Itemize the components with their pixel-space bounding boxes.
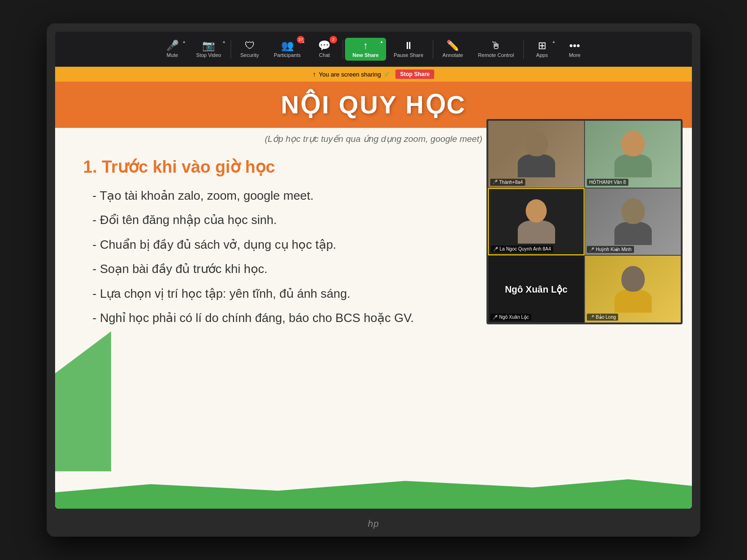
head-2 bbox=[621, 131, 645, 156]
mute-icon: 🎤 bbox=[166, 41, 179, 51]
mic-icon-3: 🎤 bbox=[493, 247, 498, 252]
laptop-frame: 🎤 Mute ▲ 📷 Stop Video ▲ 🛡 Security 👥 27 … bbox=[47, 23, 700, 537]
stop-video-label: Stop Video bbox=[196, 52, 221, 58]
participant-name-3: 🎤 La Ngoc Quynh Anh 8A4 bbox=[491, 245, 553, 252]
video-tile-6: 🎤 Bảo Long bbox=[585, 255, 681, 323]
participants-icon: 👥 bbox=[281, 41, 294, 51]
security-icon: 🛡 bbox=[245, 41, 255, 51]
mute-arrow: ▲ bbox=[182, 40, 186, 44]
participant-name-6: 🎤 Bảo Long bbox=[587, 314, 618, 321]
apps-arrow: ▲ bbox=[552, 40, 556, 44]
annotate-button[interactable]: ✏️ Annotate bbox=[435, 38, 471, 61]
separator-2 bbox=[343, 40, 343, 59]
avatar-2 bbox=[585, 121, 681, 188]
mic-icon-4: 🎤 bbox=[589, 247, 594, 252]
pause-icon: ⏸ bbox=[403, 41, 414, 51]
mic-icon-6: 🎤 bbox=[589, 315, 594, 320]
body-6 bbox=[614, 289, 652, 313]
video-tile-1: 🎤 Thành+8a4 bbox=[488, 120, 585, 188]
head-4 bbox=[621, 198, 645, 224]
security-button[interactable]: 🛡 Security bbox=[233, 38, 267, 61]
video-tile-5: Ngô Xuân Lộc 🎤 Ngô Xuân Lộc bbox=[488, 255, 585, 323]
apps-icon: ⊞ bbox=[538, 41, 546, 51]
participant-name-1: 🎤 Thành+8a4 bbox=[490, 179, 525, 186]
hp-logo: hp bbox=[368, 518, 379, 529]
avatar-1 bbox=[488, 121, 584, 188]
remote-control-label: Remote Control bbox=[478, 52, 514, 58]
remote-icon: 🖱 bbox=[491, 41, 501, 51]
apps-label: Apps bbox=[536, 52, 548, 58]
zoom-toolbar: 🎤 Mute ▲ 📷 Stop Video ▲ 🛡 Security 👥 27 … bbox=[55, 32, 692, 67]
more-icon: ••• bbox=[569, 41, 580, 51]
screen: 🎤 Mute ▲ 📷 Stop Video ▲ 🛡 Security 👥 27 … bbox=[55, 32, 692, 509]
body-4 bbox=[614, 222, 652, 245]
apps-button[interactable]: ⊞ Apps ▲ bbox=[526, 38, 558, 61]
stop-share-button[interactable]: Stop Share bbox=[395, 70, 434, 79]
body-1 bbox=[518, 154, 555, 177]
mic-icon-5: 🎤 bbox=[493, 315, 498, 320]
mic-icon-1: 🎤 bbox=[493, 180, 498, 184]
slide-title: NỘI QUY HỌC bbox=[83, 90, 664, 119]
laptop-bottom: hp bbox=[47, 511, 700, 537]
mute-button[interactable]: 🎤 Mute ▲ bbox=[156, 38, 189, 61]
avatar-3 bbox=[489, 189, 584, 255]
video-panel: 🎤 Thành+8a4 HỒTHANH Vân 8 bbox=[486, 119, 683, 324]
head-6 bbox=[621, 266, 645, 292]
participant-name-4: 🎤 Huỳnh Kiến Minh bbox=[587, 246, 634, 253]
head-3 bbox=[526, 199, 547, 223]
chat-icon: 💬 bbox=[318, 41, 331, 51]
separator-4 bbox=[523, 40, 524, 59]
video-tile-2: HỒTHANH Vân 8 bbox=[585, 120, 681, 188]
active-speaker-name: Ngô Xuân Lộc bbox=[505, 284, 567, 295]
avatar-6 bbox=[585, 256, 681, 322]
video-tile-3: 🎤 La Ngoc Quynh Anh 8A4 bbox=[488, 188, 585, 256]
participants-arrow: ▲ bbox=[302, 40, 305, 44]
mute-label: Mute bbox=[167, 52, 178, 58]
separator-3 bbox=[433, 40, 433, 59]
remote-control-button[interactable]: 🖱 Remote Control bbox=[471, 38, 521, 61]
video-icon: 📷 bbox=[202, 41, 215, 51]
pause-share-label: Pause Share bbox=[394, 52, 423, 58]
separator-1 bbox=[231, 40, 231, 59]
head-1 bbox=[525, 131, 548, 156]
stop-video-button[interactable]: 📷 Stop Video ▲ bbox=[189, 38, 229, 61]
body-3 bbox=[518, 220, 555, 244]
participant-name-2: HỒTHANH Vân 8 bbox=[587, 179, 628, 186]
new-share-label: New Share bbox=[352, 52, 379, 58]
sharing-text: You are screen sharing bbox=[319, 71, 381, 78]
chat-badge: 2 bbox=[330, 36, 337, 43]
participant-name-5: 🎤 Ngô Xuân Lộc bbox=[490, 314, 531, 321]
pause-share-button[interactable]: ⏸ Pause Share bbox=[386, 38, 431, 61]
body-2 bbox=[614, 154, 652, 177]
main-content: ✕ ✕ ✕ ✕ ✕ ✕ ✕ NỘI QUY HỌC (Lớp học trực … bbox=[55, 82, 692, 509]
share-arrow: ▲ bbox=[380, 40, 383, 44]
more-label: More bbox=[569, 52, 580, 58]
video-tile-4: 🎤 Huỳnh Kiến Minh bbox=[585, 188, 681, 256]
sharing-banner: ↑ You are screen sharing ✓ Stop Share bbox=[55, 67, 692, 82]
new-share-button[interactable]: ↑ New Share ▲ bbox=[345, 38, 386, 61]
annotate-icon: ✏️ bbox=[446, 41, 459, 51]
security-label: Security bbox=[240, 52, 259, 58]
participants-label: Participants bbox=[274, 52, 300, 58]
chat-button[interactable]: 💬 2 Chat bbox=[308, 38, 341, 61]
avatar-4 bbox=[585, 189, 681, 255]
participants-button[interactable]: 👥 27 Participants ▲ bbox=[266, 38, 308, 61]
more-button[interactable]: ••• More bbox=[558, 38, 591, 61]
share-icon: ↑ bbox=[363, 41, 368, 51]
annotate-label: Annotate bbox=[443, 52, 463, 58]
sharing-status: ↑ You are screen sharing ✓ bbox=[313, 70, 390, 79]
chat-label: Chat bbox=[319, 52, 330, 58]
video-arrow: ▲ bbox=[222, 40, 226, 44]
